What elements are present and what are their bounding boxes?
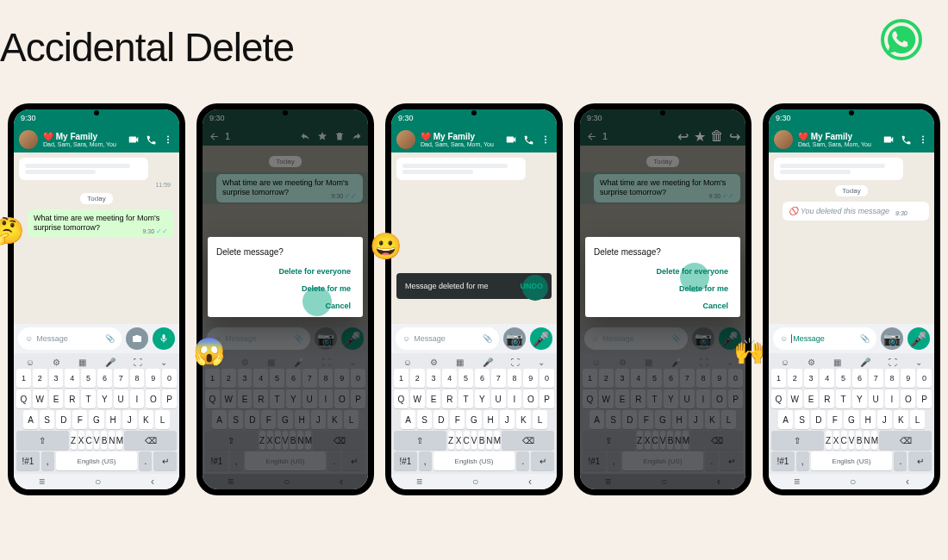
key-C[interactable]: C: [464, 431, 470, 450]
key-W[interactable]: W: [221, 389, 236, 408]
key-4[interactable]: 4: [820, 369, 834, 388]
key-E[interactable]: E: [49, 389, 64, 408]
key-X[interactable]: X: [645, 431, 651, 450]
key-1[interactable]: 1: [771, 369, 786, 388]
key-4[interactable]: 4: [253, 369, 268, 388]
key-S[interactable]: S: [40, 410, 54, 429]
key-A[interactable]: A: [401, 410, 415, 429]
key-Y[interactable]: Y: [97, 389, 112, 408]
more-icon[interactable]: [539, 134, 552, 146]
key-X[interactable]: X: [267, 431, 273, 450]
key-K[interactable]: K: [705, 410, 720, 429]
key-H[interactable]: H: [861, 410, 876, 429]
voice-call-icon[interactable]: [522, 134, 534, 146]
key-M[interactable]: M: [116, 431, 122, 450]
key-T[interactable]: T: [647, 389, 662, 408]
message-input[interactable]: ☺ Message 📎: [18, 327, 122, 350]
key-V[interactable]: V: [94, 431, 100, 450]
key-0[interactable]: 0: [351, 369, 365, 388]
key-C[interactable]: C: [841, 431, 847, 450]
key-N[interactable]: N: [297, 431, 303, 450]
key-W[interactable]: W: [33, 389, 47, 408]
key-7[interactable]: 7: [680, 369, 695, 388]
keyboard[interactable]: ☺⚙▦🎤⛶⌄ 1234567890 QWERTYUIOP ASDFGHJKL ⇧…: [391, 353, 557, 474]
key-6[interactable]: 6: [475, 369, 490, 388]
key-G[interactable]: G: [655, 410, 670, 429]
key-G[interactable]: G: [278, 410, 292, 429]
key-9[interactable]: 9: [712, 369, 727, 388]
key-J[interactable]: J: [689, 410, 703, 429]
star-icon[interactable]: ★: [694, 130, 706, 142]
key-W[interactable]: W: [410, 389, 425, 408]
key-Z[interactable]: Z: [71, 431, 77, 450]
android-nav[interactable]: ≡○‹: [14, 474, 179, 489]
key-U[interactable]: U: [491, 389, 506, 408]
key-0[interactable]: 0: [539, 369, 554, 388]
key-7[interactable]: 7: [491, 369, 506, 388]
key-3[interactable]: 3: [238, 369, 253, 388]
key-L[interactable]: L: [910, 410, 925, 429]
key-5[interactable]: 5: [836, 369, 851, 388]
key-0[interactable]: 0: [917, 369, 932, 388]
key-X[interactable]: X: [833, 431, 839, 450]
key-8[interactable]: 8: [696, 369, 711, 388]
key-0[interactable]: 0: [728, 369, 743, 388]
key-R[interactable]: R: [631, 389, 646, 408]
key-Y[interactable]: Y: [475, 389, 490, 408]
key-G[interactable]: G: [844, 410, 858, 429]
key-F[interactable]: F: [261, 410, 276, 429]
key-5[interactable]: 5: [270, 369, 284, 388]
voice-call-icon[interactable]: [900, 134, 912, 146]
message-bubble[interactable]: What time are we meeting for Mom's surpr…: [28, 209, 174, 238]
key-1[interactable]: 1: [394, 369, 409, 388]
key-O[interactable]: O: [712, 389, 727, 408]
delete-everyone-button[interactable]: Delete for everyone: [275, 265, 354, 277]
key-6[interactable]: 6: [852, 369, 867, 388]
forward-icon[interactable]: [351, 130, 363, 142]
key-6[interactable]: 6: [664, 369, 678, 388]
key-G[interactable]: G: [466, 410, 481, 429]
key-V[interactable]: V: [849, 431, 855, 450]
key-X[interactable]: X: [456, 431, 462, 450]
reply-icon[interactable]: ↩: [677, 130, 689, 142]
key-R[interactable]: R: [65, 389, 79, 408]
key-Q[interactable]: Q: [394, 389, 409, 408]
key-B[interactable]: B: [856, 431, 862, 450]
key-S[interactable]: S: [606, 410, 621, 429]
key-Q[interactable]: Q: [583, 389, 597, 408]
key-2[interactable]: 2: [788, 369, 802, 388]
key-M[interactable]: M: [494, 431, 500, 450]
key-Y[interactable]: Y: [664, 389, 678, 408]
key-J[interactable]: J: [122, 410, 137, 429]
key-7[interactable]: 7: [114, 369, 128, 388]
key-8[interactable]: 8: [508, 369, 522, 388]
key-P[interactable]: P: [162, 389, 177, 408]
key-T[interactable]: T: [458, 389, 473, 408]
key-4[interactable]: 4: [65, 369, 79, 388]
key-7[interactable]: 7: [302, 369, 317, 388]
key-3[interactable]: 3: [615, 369, 630, 388]
key-Y[interactable]: Y: [852, 389, 867, 408]
key-N[interactable]: N: [486, 431, 492, 450]
forward-icon[interactable]: ↪: [728, 130, 740, 142]
key-J[interactable]: J: [877, 410, 892, 429]
key-9[interactable]: 9: [334, 369, 349, 388]
key-X[interactable]: X: [78, 431, 84, 450]
key-5[interactable]: 5: [458, 369, 473, 388]
key-2[interactable]: 2: [410, 369, 425, 388]
delete-icon[interactable]: [334, 130, 346, 142]
group-avatar[interactable]: [19, 130, 38, 149]
key-E[interactable]: E: [615, 389, 630, 408]
key-A[interactable]: A: [778, 410, 793, 429]
key-8[interactable]: 8: [130, 369, 145, 388]
key-Q[interactable]: Q: [205, 389, 220, 408]
back-icon[interactable]: [208, 130, 220, 142]
key-A[interactable]: A: [589, 410, 604, 429]
key-A[interactable]: A: [23, 410, 38, 429]
reply-icon[interactable]: [299, 130, 311, 142]
key-2[interactable]: 2: [221, 369, 236, 388]
key-U[interactable]: U: [114, 389, 128, 408]
key-4[interactable]: 4: [631, 369, 646, 388]
key-4[interactable]: 4: [442, 369, 457, 388]
key-O[interactable]: O: [523, 389, 538, 408]
